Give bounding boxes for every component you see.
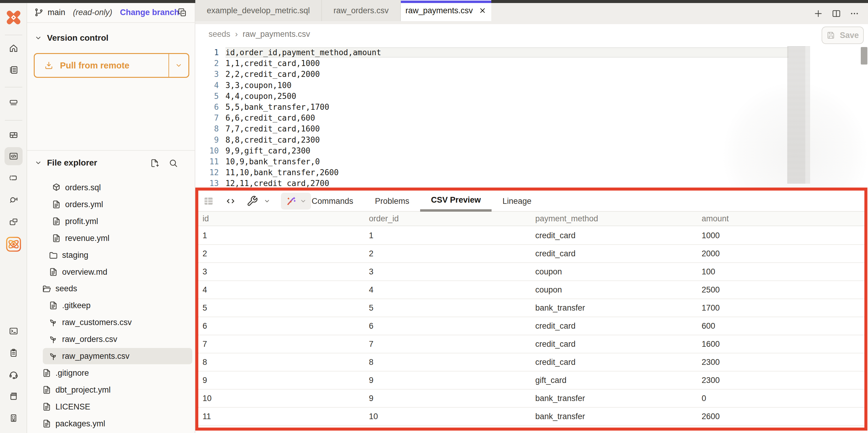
- tab-example-develop-metric[interactable]: example_develop_metric.sql: [195, 0, 322, 21]
- pull-from-remote-button[interactable]: Pull from remote: [34, 53, 189, 78]
- file-item-.gitkeep[interactable]: .gitkeep: [43, 297, 96, 314]
- cell: gift_card: [531, 376, 698, 385]
- chevron-down-icon[interactable]: [34, 34, 42, 42]
- rail-divider: [5, 35, 22, 35]
- editor-line-4[interactable]: 43,3,coupon,100: [195, 80, 868, 91]
- split-editor-icon[interactable]: [831, 8, 841, 19]
- clipboard-icon[interactable]: [8, 348, 19, 358]
- docs-icon[interactable]: [8, 391, 19, 401]
- editor-line-2[interactable]: 21,1,credit_card,1000: [195, 58, 868, 69]
- file-item-raw_customers.csv[interactable]: raw_customers.csv: [43, 314, 137, 330]
- code-view-icon[interactable]: [225, 195, 236, 207]
- line-text: 8,8,credit_card,2300: [225, 135, 788, 144]
- editor-scrollbar[interactable]: [861, 47, 867, 64]
- branch-row: main (read-only) Change branch: [27, 3, 195, 23]
- editor-line-11[interactable]: 1110,9,bank_transfer,0: [195, 156, 868, 167]
- file-item-packages.yml[interactable]: packages.yml: [36, 415, 111, 432]
- file-explorer-header[interactable]: File explorer: [34, 158, 97, 168]
- search-icon[interactable]: [168, 158, 179, 168]
- cell: 2500: [698, 285, 864, 295]
- cell: 8: [365, 357, 531, 367]
- code-editor[interactable]: 1id,order_id,payment_method,amount21,1,c…: [195, 46, 868, 187]
- cell: 7: [198, 340, 365, 349]
- chevron-down-icon[interactable]: [264, 198, 271, 205]
- file-item-revenue.yml[interactable]: revenue.yml: [46, 230, 115, 247]
- query-icon[interactable]: [8, 195, 19, 205]
- editor-line-3[interactable]: 32,2,credit_card,2000: [195, 68, 868, 80]
- file-item-seeds[interactable]: seeds: [36, 281, 83, 297]
- pull-from-remote-label: Pull from remote: [60, 61, 129, 70]
- panel-tab-commands[interactable]: Commands: [301, 191, 364, 212]
- cell: 4: [365, 285, 531, 295]
- cell: 1000: [698, 231, 864, 240]
- panel-tab-csv-preview[interactable]: CSV Preview: [420, 191, 492, 212]
- file-item-LICENSE[interactable]: LICENSE: [36, 399, 96, 415]
- new-tab-plus-icon[interactable]: [813, 8, 824, 19]
- notebook-icon[interactable]: [8, 65, 19, 75]
- terminal-icon[interactable]: [8, 326, 19, 336]
- panel-tab-problems[interactable]: Problems: [364, 191, 420, 212]
- editor-line-1[interactable]: 1id,order_id,payment_method,amount: [195, 47, 868, 58]
- magic-wand-icon: [285, 195, 297, 207]
- support-headset-icon[interactable]: [8, 369, 19, 380]
- file-item-profit.yml[interactable]: profit.yml: [46, 213, 104, 229]
- chevron-down-icon[interactable]: [34, 159, 42, 167]
- canvas-icon[interactable]: [8, 173, 19, 183]
- cell: 0: [698, 394, 864, 403]
- doc-icon: [48, 267, 59, 277]
- copilot-atom-icon[interactable]: [5, 235, 22, 253]
- file-label: staging: [62, 251, 88, 260]
- editor-line-8[interactable]: 87,7,credit_card,1600: [195, 123, 868, 134]
- cell: 1700: [698, 304, 864, 313]
- save-button[interactable]: Save: [822, 27, 864, 44]
- line-text: 5,5,bank_transfer,1700: [225, 103, 788, 112]
- line-text: 4,4,coupon,2500: [225, 92, 788, 101]
- file-item-raw_orders.csv[interactable]: raw_orders.csv: [43, 331, 123, 347]
- file-item-.gitignore[interactable]: .gitignore: [36, 365, 94, 381]
- file-item-raw_payments.csv[interactable]: raw_payments.csv: [43, 348, 192, 364]
- organization-icon[interactable]: [8, 413, 19, 423]
- tab-raw-payments[interactable]: raw_payments.csv: [401, 0, 491, 21]
- tab-raw-orders[interactable]: raw_orders.csv: [322, 0, 401, 21]
- tab-label: raw_payments.csv: [405, 6, 473, 16]
- cell: 6: [365, 321, 531, 331]
- editor-line-9[interactable]: 98,8,credit_card,2300: [195, 134, 868, 145]
- save-label: Save: [840, 31, 859, 40]
- file-label: orders.yml: [65, 200, 103, 209]
- file-item-dbt_project.yml[interactable]: dbt_project.yml: [36, 382, 116, 398]
- build-tools-wrench-icon[interactable]: [247, 195, 258, 207]
- editor-line-13[interactable]: 1312,11,credit_card,2700: [195, 178, 868, 189]
- inbox-icon[interactable]: [8, 97, 19, 107]
- dbt-logo[interactable]: [5, 9, 22, 26]
- file-item-orders.sql[interactable]: orders.sql: [46, 179, 106, 196]
- doc-icon: [48, 300, 59, 311]
- windows-icon[interactable]: [8, 217, 19, 227]
- change-branch-link[interactable]: Change branch: [120, 8, 179, 17]
- file-label: raw_orders.csv: [62, 335, 117, 344]
- file-explorer-actions: [150, 158, 179, 168]
- editor-line-7[interactable]: 76,6,credit_card,600: [195, 112, 868, 123]
- file-item-staging[interactable]: staging: [43, 247, 94, 263]
- file-item-overview.md[interactable]: overview.md: [43, 264, 113, 280]
- home-icon[interactable]: [8, 43, 19, 53]
- file-item-orders.yml[interactable]: orders.yml: [46, 196, 108, 212]
- table-row: 88credit_card2300: [198, 353, 864, 372]
- table-view-icon[interactable]: [203, 195, 215, 207]
- editor-line-10[interactable]: 109,9,gift_card,2300: [195, 145, 868, 156]
- editor-line-5[interactable]: 54,4,coupon,2500: [195, 90, 868, 102]
- more-options-icon[interactable]: [849, 8, 860, 19]
- copy-icon[interactable]: [177, 7, 187, 18]
- develop-icon[interactable]: [4, 147, 23, 165]
- new-file-icon[interactable]: [150, 158, 160, 168]
- column-header-id: id: [198, 214, 365, 224]
- folder-icon: [48, 250, 59, 260]
- column-header-amount: amount: [698, 214, 864, 224]
- editor-line-12[interactable]: 1211,10,bank_transfer,2600: [195, 167, 868, 178]
- branch-name: main: [48, 8, 65, 17]
- close-icon[interactable]: [478, 6, 487, 15]
- pull-options-caret[interactable]: [168, 54, 188, 77]
- panel-tab-lineage[interactable]: Lineage: [492, 191, 542, 212]
- dashboards-icon[interactable]: [8, 130, 19, 140]
- version-control-header[interactable]: Version control: [34, 33, 108, 43]
- editor-line-6[interactable]: 65,5,bank_transfer,1700: [195, 101, 868, 113]
